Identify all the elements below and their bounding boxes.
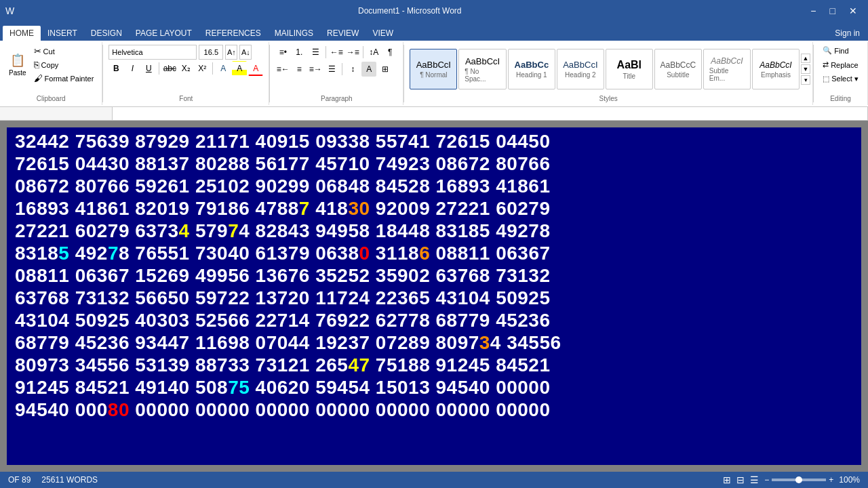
bullets-button[interactable]: ≡• bbox=[275, 45, 290, 60]
para-divider3 bbox=[342, 63, 342, 75]
style-no-spacing[interactable]: AaBbCcI ¶ No Spac... bbox=[458, 49, 507, 89]
highlight-button[interactable]: A bbox=[232, 61, 247, 76]
style-heading2[interactable]: AaBbCcI Heading 2 bbox=[557, 49, 604, 89]
cut-label: Cut bbox=[43, 47, 55, 56]
doc-line-6: 83185 49278 76551 73040 61379 06380 3118… bbox=[15, 242, 853, 264]
copy-button[interactable]: ⎘ Copy bbox=[31, 58, 97, 71]
styles-label: Styles bbox=[599, 94, 618, 102]
format-painter-button[interactable]: 🖌 Format Painter bbox=[31, 72, 97, 85]
tab-home[interactable]: HOME bbox=[3, 26, 41, 41]
para-divider2 bbox=[363, 46, 363, 58]
underline-button[interactable]: U bbox=[141, 61, 156, 76]
tab-page-layout[interactable]: PAGE LAYOUT bbox=[129, 26, 199, 41]
layout-icon-2[interactable]: ⊟ bbox=[736, 474, 745, 485]
tab-insert[interactable]: INSERT bbox=[41, 26, 84, 41]
document-area[interactable]: 32442 75639 87929 21171 40915 09338 5574… bbox=[0, 121, 868, 472]
subscript-button[interactable]: X₂ bbox=[178, 61, 193, 76]
minimize-button[interactable]: − bbox=[805, 4, 821, 18]
copy-label: Copy bbox=[41, 61, 59, 69]
close-button[interactable]: ✕ bbox=[844, 4, 863, 18]
tab-mailings[interactable]: MAILINGS bbox=[268, 26, 320, 41]
select-button[interactable]: ⬚ Select ▾ bbox=[820, 73, 861, 85]
zoom-level: 100% bbox=[839, 475, 860, 485]
cut-button[interactable]: ✂ Cut bbox=[31, 45, 97, 58]
page-info: OF 89 bbox=[8, 475, 31, 485]
editing-group: 🔍 Find ⇄ Replace ⬚ Select ▾ Editing bbox=[814, 42, 868, 105]
replace-button[interactable]: ⇄ Replace bbox=[820, 59, 861, 70]
find-icon: 🔍 bbox=[823, 46, 832, 55]
font-shrink-button[interactable]: A↓ bbox=[239, 45, 252, 60]
zoom-minus[interactable]: − bbox=[764, 475, 769, 485]
line-spacing-button[interactable]: ↕ bbox=[345, 62, 360, 77]
decrease-indent-button[interactable]: ←≡ bbox=[329, 45, 344, 60]
clipboard-label: Clipboard bbox=[37, 94, 66, 102]
format-painter-icon: 🖌 bbox=[34, 73, 43, 83]
bold-button[interactable]: B bbox=[108, 61, 123, 76]
tab-design[interactable]: DESIGN bbox=[84, 26, 129, 41]
doc-line-9: 43104 50925 40303 52566 22714 76922 6277… bbox=[15, 309, 853, 331]
find-button[interactable]: 🔍 Find bbox=[820, 45, 851, 56]
align-left-button[interactable]: ≡← bbox=[275, 62, 290, 77]
styles-group: AaBbCcI ¶ Normal AaBbCcI ¶ No Spac... Aa… bbox=[404, 42, 813, 105]
tab-view[interactable]: VIEW bbox=[366, 26, 400, 41]
italic-button[interactable]: I bbox=[125, 61, 140, 76]
doc-line-10: 68779 45236 93447 11698 07044 19237 0728… bbox=[15, 331, 853, 354]
superscript-button[interactable]: X² bbox=[195, 61, 210, 76]
shading-button[interactable]: A bbox=[361, 62, 376, 77]
style-subtle-emphasis[interactable]: AaBbCcI Subtle Em... bbox=[703, 49, 751, 89]
doc-line-5: 27221 60279 63734 57974 82843 94958 1844… bbox=[15, 220, 853, 242]
style-title[interactable]: AaBl Title bbox=[606, 49, 653, 89]
document-content[interactable]: 32442 75639 87929 21171 40915 09338 5574… bbox=[7, 127, 861, 424]
layout-icon-3[interactable]: ☰ bbox=[750, 474, 759, 485]
style-scroll-arrows: ▲ ▼ ▾ bbox=[800, 52, 812, 86]
align-right-button[interactable]: ≡→ bbox=[308, 62, 323, 77]
style-normal[interactable]: AaBbCcI ¶ Normal bbox=[410, 49, 457, 89]
style-subtitle[interactable]: AaBbCcC Subtitle bbox=[654, 49, 702, 89]
doc-line-3: 08672 80766 59261 25102 90299 06848 8452… bbox=[15, 175, 853, 197]
document-page: 32442 75639 87929 21171 40915 09338 5574… bbox=[7, 127, 861, 465]
style-scroll-up[interactable]: ▲ bbox=[801, 54, 810, 63]
multilevel-button[interactable]: ☰ bbox=[308, 45, 323, 60]
style-h1-preview: AaBbCc bbox=[515, 60, 549, 70]
find-label: Find bbox=[834, 47, 848, 55]
align-center-button[interactable]: ≡ bbox=[292, 62, 307, 77]
font-size-input[interactable] bbox=[199, 45, 223, 60]
paragraph-label: Paragraph bbox=[321, 94, 353, 102]
select-icon: ⬚ bbox=[823, 75, 829, 83]
document-title: Document1 - Microsoft Word bbox=[14, 6, 805, 16]
style-heading1[interactable]: AaBbCc Heading 1 bbox=[508, 49, 555, 89]
status-bar: OF 89 25611 WORDS ⊞ ⊟ ☰ − + 100% bbox=[0, 472, 868, 488]
strikethrough-button[interactable]: abc bbox=[162, 61, 177, 76]
font-color-button[interactable]: A bbox=[248, 61, 263, 76]
font-family-input[interactable] bbox=[108, 45, 197, 60]
numbering-button[interactable]: 1. bbox=[292, 45, 307, 60]
sort-button[interactable]: ↕A bbox=[366, 45, 381, 60]
increase-indent-button[interactable]: →≡ bbox=[345, 45, 360, 60]
style-subtitle-preview: AaBbCcC bbox=[660, 60, 696, 70]
style-expand[interactable]: ▾ bbox=[801, 75, 810, 85]
borders-button[interactable]: ⊞ bbox=[378, 62, 393, 77]
layout-icon-1[interactable]: ⊞ bbox=[723, 474, 731, 485]
style-subtle-preview: AaBbCcI bbox=[711, 56, 743, 66]
text-effects-button[interactable]: A bbox=[216, 61, 231, 76]
paste-button[interactable]: 📋 Paste bbox=[5, 45, 30, 85]
zoom-slider[interactable] bbox=[772, 479, 826, 481]
justify-button[interactable]: ☰ bbox=[324, 62, 339, 77]
select-label: Select ▾ bbox=[831, 75, 859, 83]
format-divider2 bbox=[212, 62, 213, 75]
paragraph-group: ≡• 1. ☰ ←≡ →≡ ↕A ¶ ≡← ≡ ≡→ ☰ ↕ A ⊞ Para bbox=[270, 42, 403, 105]
doc-line-11: 80973 34556 53139 88733 73121 26547 7518… bbox=[15, 354, 853, 376]
tab-review[interactable]: REVIEW bbox=[320, 26, 366, 41]
doc-line-7: 08811 06367 15269 49956 13676 35252 3590… bbox=[15, 264, 853, 287]
tab-references[interactable]: REFERENCES bbox=[199, 26, 268, 41]
sign-in[interactable]: Sign in bbox=[829, 26, 865, 41]
font-grow-button[interactable]: A↑ bbox=[225, 45, 237, 60]
style-emphasis[interactable]: AaBbCcI Emphasis bbox=[752, 49, 800, 89]
show-marks-button[interactable]: ¶ bbox=[382, 45, 397, 60]
format-divider bbox=[159, 62, 159, 75]
cut-icon: ✂ bbox=[34, 46, 41, 56]
style-scroll-down[interactable]: ▼ bbox=[801, 64, 810, 74]
zoom-plus[interactable]: + bbox=[829, 475, 833, 485]
paste-icon: 📋 bbox=[10, 53, 25, 68]
maximize-button[interactable]: □ bbox=[825, 4, 841, 18]
